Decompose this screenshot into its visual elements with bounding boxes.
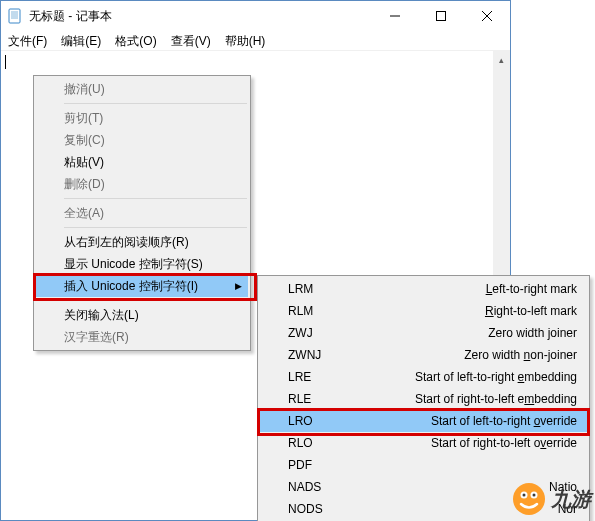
- submenu-code: NADS: [288, 480, 338, 494]
- cm-undo[interactable]: 撤消(U): [36, 78, 248, 100]
- submenu-item-lro[interactable]: LROStart of left-to-right override: [260, 410, 587, 432]
- svg-point-12: [523, 494, 526, 497]
- submenu-code: PDF: [288, 458, 338, 472]
- cm-select-all[interactable]: 全选(A): [36, 202, 248, 224]
- close-button[interactable]: [464, 1, 510, 31]
- submenu-item-rle[interactable]: RLEStart of right-to-left embedding: [260, 388, 587, 410]
- menubar: 文件(F) 编辑(E) 格式(O) 查看(V) 帮助(H): [1, 31, 510, 51]
- cm-paste[interactable]: 粘贴(V): [36, 151, 248, 173]
- menu-file[interactable]: 文件(F): [1, 31, 54, 50]
- submenu-item-zwj[interactable]: ZWJZero width joiner: [260, 322, 587, 344]
- scroll-up-icon[interactable]: ▴: [493, 51, 510, 68]
- window-controls: [372, 1, 510, 31]
- cm-reading-order[interactable]: 从右到左的阅读顺序(R): [36, 231, 248, 253]
- submenu-item-rlm[interactable]: RLMRight-to-left mark: [260, 300, 587, 322]
- cm-close-ime[interactable]: 关闭输入法(L): [36, 304, 248, 326]
- notepad-icon: [7, 8, 23, 24]
- maximize-button[interactable]: [418, 1, 464, 31]
- titlebar[interactable]: 无标题 - 记事本: [1, 1, 510, 31]
- cm-reselect-hanzi[interactable]: 汉字重选(R): [36, 326, 248, 348]
- submenu-code: LRM: [288, 282, 338, 296]
- submenu-desc: Left-to-right mark: [338, 282, 577, 296]
- submenu-desc: Start of left-to-right embedding: [338, 370, 577, 384]
- cm-copy[interactable]: 复制(C): [36, 129, 248, 151]
- submenu-arrow-icon: ▶: [235, 281, 242, 291]
- watermark: 九游: [511, 481, 591, 517]
- submenu-code: ZWNJ: [288, 348, 338, 362]
- minimize-button[interactable]: [372, 1, 418, 31]
- menu-separator: [64, 227, 247, 228]
- svg-rect-6: [437, 12, 446, 21]
- menu-format[interactable]: 格式(O): [108, 31, 163, 50]
- submenu-desc: Zero width non-joiner: [338, 348, 577, 362]
- watermark-logo-icon: [511, 481, 547, 517]
- submenu-item-lre[interactable]: LREStart of left-to-right embedding: [260, 366, 587, 388]
- submenu-desc: Start of left-to-right override: [338, 414, 577, 428]
- window-title: 无标题 - 记事本: [29, 8, 372, 25]
- menu-help[interactable]: 帮助(H): [218, 31, 273, 50]
- submenu-code: RLE: [288, 392, 338, 406]
- cm-delete[interactable]: 删除(D): [36, 173, 248, 195]
- menu-edit[interactable]: 编辑(E): [54, 31, 108, 50]
- menu-separator: [64, 103, 247, 104]
- svg-point-13: [533, 494, 536, 497]
- submenu-item-zwnj[interactable]: ZWNJZero width non-joiner: [260, 344, 587, 366]
- submenu-code: RLO: [288, 436, 338, 450]
- submenu-desc: Start of right-to-left override: [338, 436, 577, 450]
- submenu-desc: Zero width joiner: [338, 326, 577, 340]
- submenu-code: NODS: [288, 502, 338, 516]
- watermark-text: 九游: [551, 486, 591, 513]
- submenu-code: ZWJ: [288, 326, 338, 340]
- submenu-code: LRE: [288, 370, 338, 384]
- cm-show-unicode[interactable]: 显示 Unicode 控制字符(S): [36, 253, 248, 275]
- submenu-desc: Right-to-left mark: [338, 304, 577, 318]
- text-cursor: [5, 55, 6, 69]
- submenu-code: LRO: [288, 414, 338, 428]
- menu-separator: [64, 198, 247, 199]
- cm-insert-unicode-label: 插入 Unicode 控制字符(I): [64, 278, 198, 295]
- submenu-item-rlo[interactable]: RLOStart of right-to-left override: [260, 432, 587, 454]
- menu-separator: [64, 300, 247, 301]
- svg-point-9: [513, 483, 545, 515]
- submenu-code: RLM: [288, 304, 338, 318]
- cm-insert-unicode[interactable]: 插入 Unicode 控制字符(I) ▶: [36, 275, 248, 297]
- submenu-item-pdf[interactable]: PDF: [260, 454, 587, 476]
- context-menu: 撤消(U) 剪切(T) 复制(C) 粘贴(V) 删除(D) 全选(A) 从右到左…: [33, 75, 251, 351]
- cm-cut[interactable]: 剪切(T): [36, 107, 248, 129]
- submenu-desc: Start of right-to-left embedding: [338, 392, 577, 406]
- menu-view[interactable]: 查看(V): [164, 31, 218, 50]
- submenu-item-lrm[interactable]: LRMLeft-to-right mark: [260, 278, 587, 300]
